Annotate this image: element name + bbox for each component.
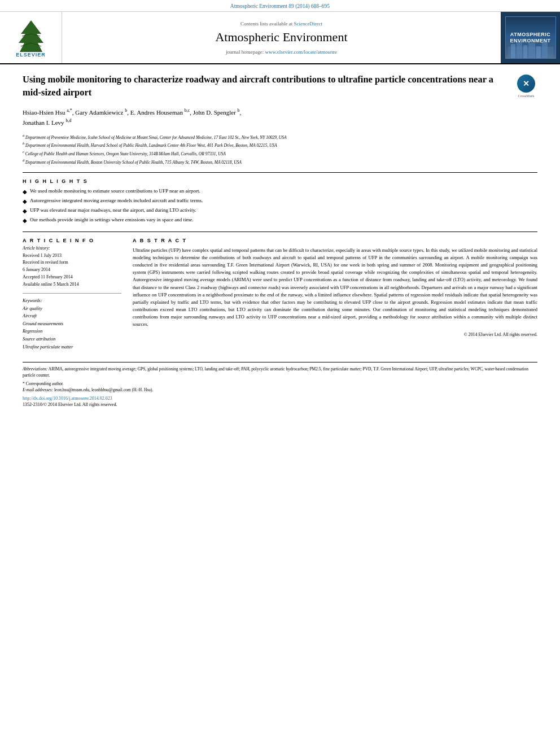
doi-line[interactable]: http://dx.doi.org/10.1016/j.atmosenv.201… bbox=[23, 396, 537, 401]
article-dates: Received 1 July 2013 Received in revised… bbox=[23, 252, 121, 289]
highlight-item-3: ◆ UFP was elevated near major roadways, … bbox=[23, 207, 537, 215]
journal-homepage: journal homepage: www.elsevier.com/locat… bbox=[226, 49, 337, 55]
highlight-text-3: UFP was elevated near major roadways, ne… bbox=[30, 207, 196, 215]
copyright-line: © 2014 Elsevier Ltd. All rights reserved… bbox=[133, 332, 537, 337]
footer-notes: Abbreviations: ARIMA, autoregressive int… bbox=[23, 362, 537, 407]
elsevier-brand-name: ELSEVIER bbox=[16, 52, 46, 58]
affiliation-b: b Department of Environmental Health, Ha… bbox=[23, 141, 537, 148]
affiliation-d: d Department of Environmental Health, Bo… bbox=[23, 158, 537, 165]
accepted-date: Accepted 11 February 2014 bbox=[23, 274, 121, 281]
elsevier-logo: ELSEVIER bbox=[11, 18, 51, 58]
abstract-column: A B S T R A C T Ultrafine particles (UFP… bbox=[133, 238, 537, 351]
issn-line: 1352-2310/© 2014 Elsevier Ltd. All right… bbox=[23, 402, 537, 407]
svg-rect-9 bbox=[523, 45, 527, 58]
received-revised-date: 6 January 2014 bbox=[23, 267, 121, 274]
keywords-label: Keywords: bbox=[23, 298, 121, 303]
journal-citation-text: Atmospheric Environment 89 (2014) 688–69… bbox=[230, 3, 330, 9]
received-date: Received 1 July 2013 bbox=[23, 252, 121, 260]
contents-available-line: Contents lists available at ScienceDirec… bbox=[240, 21, 322, 27]
two-column-layout: A R T I C L E I N F O Article history: R… bbox=[23, 238, 537, 351]
email-text: leon.hsu@mssm.edu, leonhhhsu@gmail.com (… bbox=[54, 387, 153, 392]
highlight-text-4: Our methods provide insight in settings … bbox=[30, 216, 194, 224]
keyword-1: Air quality bbox=[23, 305, 121, 313]
email-label: E-mail addresses: bbox=[23, 387, 53, 392]
highlight-item-1: ◆ We used mobile monitoring to estimate … bbox=[23, 187, 537, 196]
elsevier-logo-section: ELSEVIER bbox=[0, 12, 62, 63]
highlight-text-2: Autoregressive integrated moving average… bbox=[30, 197, 203, 205]
article-info-column: A R T I C L E I N F O Article history: R… bbox=[23, 238, 121, 351]
elsevier-tree-icon bbox=[11, 18, 51, 52]
crossmark-label: CrossMark bbox=[518, 94, 535, 98]
crossmark-badge[interactable]: ✕ CrossMark bbox=[515, 75, 537, 98]
journal-title: Atmospheric Environment bbox=[215, 30, 347, 45]
svg-rect-8 bbox=[517, 41, 522, 58]
article-title-section: Using mobile monitoring to characterize … bbox=[23, 73, 537, 102]
journal-logo-title-text: ATMOSPHERIC ENVIRONMENT bbox=[510, 32, 550, 44]
journal-header-center: Contents lists available at ScienceDirec… bbox=[62, 12, 501, 63]
abstract-heading: A B S T R A C T bbox=[133, 238, 537, 243]
bullet-icon-1: ◆ bbox=[23, 187, 27, 196]
abbreviations-line: Abbreviations: ARIMA, autoregressive int… bbox=[23, 366, 537, 379]
contents-text: Contents lists available at bbox=[240, 21, 292, 27]
journal-citation: Atmospheric Environment 89 (2014) 688–69… bbox=[0, 0, 560, 12]
affiliation-c: c College of Public Health and Human Sci… bbox=[23, 149, 537, 157]
authors-text-2: Jonathan I. Levy b,d bbox=[23, 119, 71, 126]
article-history-label: Article history: bbox=[23, 246, 121, 251]
keyword-6: Ultrafine particulate matter bbox=[23, 343, 121, 351]
bullet-icon-2: ◆ bbox=[23, 197, 27, 206]
divider-1 bbox=[23, 172, 537, 173]
main-content: Using mobile monitoring to characterize … bbox=[0, 64, 560, 416]
bullet-icon-3: ◆ bbox=[23, 207, 27, 215]
crossmark-circle: ✕ bbox=[517, 75, 535, 93]
affiliation-a-text: Department of Preventive Medicine, Icahn… bbox=[25, 134, 287, 139]
sciencedirect-link[interactable]: ScienceDirect bbox=[294, 21, 322, 27]
abbreviations-label: Abbreviations: bbox=[23, 366, 47, 372]
available-online-date: Available online 5 March 2014 bbox=[23, 281, 121, 289]
affiliations-section: a Department of Preventive Medicine, Ica… bbox=[23, 133, 537, 165]
divider-info bbox=[23, 293, 121, 294]
abstract-section: A B S T R A C T Ultrafine particles (UFP… bbox=[133, 238, 537, 337]
highlight-text-1: We used mobile monitoring to estimate so… bbox=[30, 187, 200, 195]
keyword-3: Ground measurements bbox=[23, 320, 121, 328]
keyword-5: Source attribution bbox=[23, 335, 121, 343]
crossmark-icon: ✕ bbox=[523, 79, 530, 89]
authors-line: Hsiao-Hsien Hsu a,*, Gary Adamkiewicz b,… bbox=[23, 107, 537, 128]
abbreviations-text: ARIMA, autoregressive integrated moving … bbox=[23, 366, 528, 378]
keywords-section: Keywords: Air quality Aircraft Ground me… bbox=[23, 298, 121, 351]
highlights-section: H I G H L I G H T S ◆ We used mobile mon… bbox=[23, 178, 537, 225]
affiliation-b-text: Department of Environmental Health, Harv… bbox=[25, 143, 277, 148]
divider-2 bbox=[23, 231, 537, 232]
keyword-2: Aircraft bbox=[23, 312, 121, 320]
svg-rect-7 bbox=[511, 44, 515, 58]
received-revised-label: Received in revised form bbox=[23, 259, 121, 267]
svg-rect-11 bbox=[536, 46, 541, 58]
journal-header: ELSEVIER Contents lists available at Sci… bbox=[0, 12, 560, 64]
affiliation-a: a Department of Preventive Medicine, Ica… bbox=[23, 133, 537, 141]
article-info-heading: A R T I C L E I N F O bbox=[23, 238, 121, 243]
highlights-heading: H I G H L I G H T S bbox=[23, 178, 537, 184]
abstract-text: Ultrafine particles (UFP) have complex s… bbox=[133, 247, 537, 329]
journal-logo: ATMOSPHERIC ENVIRONMENT bbox=[505, 16, 556, 59]
highlight-item-2: ◆ Autoregressive integrated moving avera… bbox=[23, 197, 537, 206]
page: Atmospheric Environment 89 (2014) 688–69… bbox=[0, 0, 560, 747]
keyword-4: Regression bbox=[23, 327, 121, 335]
article-info-section: A R T I C L E I N F O Article history: R… bbox=[23, 238, 121, 351]
bullet-icon-4: ◆ bbox=[23, 216, 27, 225]
svg-rect-12 bbox=[542, 42, 548, 58]
affiliation-c-text: College of Public Health and Human Scien… bbox=[25, 151, 226, 156]
journal-logo-box: ATMOSPHERIC ENVIRONMENT bbox=[501, 12, 560, 63]
highlight-item-4: ◆ Our methods provide insight in setting… bbox=[23, 216, 537, 225]
authors-text: Hsiao-Hsien Hsu a,*, Gary Adamkiewicz b,… bbox=[23, 109, 241, 116]
svg-rect-10 bbox=[528, 43, 535, 58]
email-line: E-mail addresses: leon.hsu@mssm.edu, leo… bbox=[23, 387, 537, 392]
homepage-url[interactable]: www.elsevier.com/locate/atmosenv bbox=[265, 49, 337, 55]
corresponding-author-note: * Corresponding author. bbox=[23, 381, 537, 386]
affiliation-d-text: Department of Environmental Health, Bost… bbox=[25, 159, 242, 164]
article-title: Using mobile monitoring to characterize … bbox=[23, 73, 506, 99]
homepage-label: journal homepage: bbox=[226, 49, 264, 55]
